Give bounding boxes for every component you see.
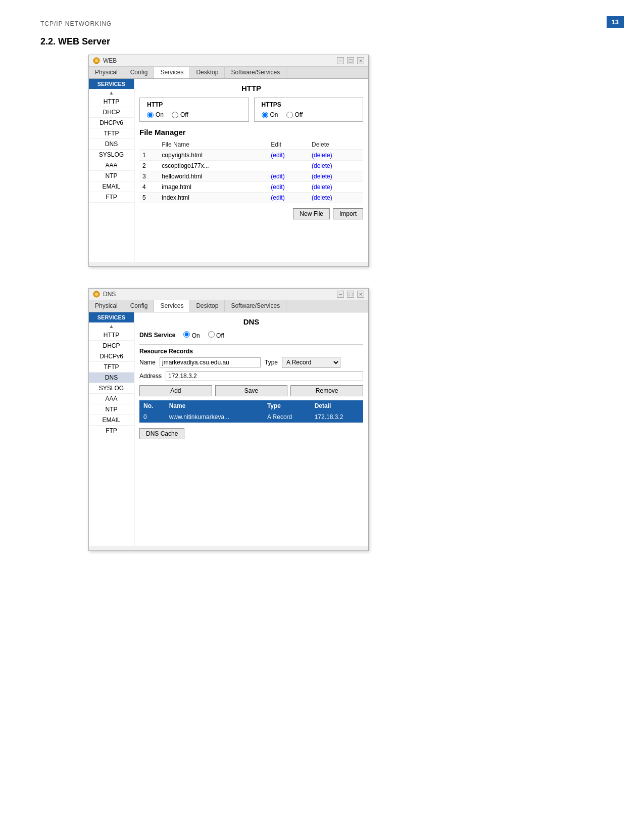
http-off-label[interactable]: Off — [172, 111, 188, 118]
file-edit[interactable] — [268, 161, 309, 171]
https-radio-group: On Off — [262, 111, 356, 118]
web-icon — [93, 57, 100, 64]
sidebar-item-aaa[interactable]: AAA — [89, 160, 134, 171]
dns-sidebar-item-tftp[interactable]: TFTP — [89, 362, 134, 373]
close-button[interactable]: × — [357, 57, 364, 64]
dns-service-row: DNS Service On Off — [139, 331, 363, 339]
dns-sidebar-item-ntp[interactable]: NTP — [89, 404, 134, 415]
https-off-radio[interactable] — [286, 112, 293, 118]
tab-physical[interactable]: Physical — [89, 67, 124, 78]
dns-address-label: Address — [139, 373, 162, 380]
http-on-radio[interactable] — [147, 112, 154, 118]
resource-records-label: Resource Records — [139, 348, 363, 355]
tab-config[interactable]: Config — [124, 67, 155, 78]
http-on-text: On — [156, 111, 164, 118]
file-delete[interactable]: (delete) — [309, 161, 363, 171]
sidebar-item-dhcpv6[interactable]: DHCPv6 — [89, 118, 134, 128]
dns-name-input[interactable] — [160, 357, 261, 367]
dns-col-type: Type — [263, 400, 311, 411]
dns-sidebar-item-aaa[interactable]: AAA — [89, 394, 134, 404]
dns-add-button[interactable]: Add — [139, 385, 212, 396]
col-num — [139, 140, 159, 150]
dns-on-text: On — [192, 332, 200, 339]
dns-cache-button[interactable]: DNS Cache — [139, 428, 184, 439]
dns-off-radio[interactable] — [208, 331, 215, 338]
sidebar-item-syslog[interactable]: SYSLOG — [89, 150, 134, 160]
dns-window: DNS − □ × Physical Config Services Deskt… — [88, 288, 369, 551]
file-name: index.html — [159, 193, 268, 203]
svg-point-1 — [95, 59, 98, 62]
dns-tab-software-services[interactable]: Software/Services — [225, 300, 286, 312]
table-row: 4 image.html (edit) (delete) — [139, 182, 363, 193]
sidebar-item-email[interactable]: EMAIL — [89, 181, 134, 192]
file-edit[interactable]: (edit) — [268, 171, 309, 182]
sidebar-item-dhcp[interactable]: DHCP — [89, 107, 134, 118]
dns-maximize-button[interactable]: □ — [347, 291, 354, 298]
https-on-label[interactable]: On — [262, 111, 278, 118]
dns-on-label[interactable]: On — [183, 331, 200, 339]
dns-close-button[interactable]: × — [357, 291, 364, 298]
https-on-text: On — [270, 111, 278, 118]
sidebar-item-ntp[interactable]: NTP — [89, 171, 134, 181]
tab-software-services[interactable]: Software/Services — [225, 67, 286, 78]
import-button[interactable]: Import — [333, 208, 363, 219]
http-on-label[interactable]: On — [147, 111, 164, 118]
sidebar-item-tftp[interactable]: TFTP — [89, 128, 134, 139]
file-edit[interactable]: (edit) — [268, 193, 309, 203]
file-delete[interactable]: (delete) — [309, 171, 363, 182]
dns-sidebar-header: SERVICES — [89, 312, 134, 322]
file-manager-title: File Manager — [139, 128, 363, 136]
file-edit[interactable]: (edit) — [268, 182, 309, 193]
sidebar-item-http[interactable]: HTTP — [89, 97, 134, 107]
dns-sidebar-item-dhcp[interactable]: DHCP — [89, 341, 134, 351]
dns-address-input[interactable] — [166, 371, 363, 381]
table-row: 3 helloworld.html (edit) (delete) — [139, 171, 363, 182]
file-no: 5 — [139, 193, 159, 203]
sidebar-item-dns[interactable]: DNS — [89, 139, 134, 150]
dns-sidebar-item-ftp[interactable]: FTP — [89, 426, 134, 436]
file-delete[interactable]: (delete) — [309, 193, 363, 203]
record-name: www.nitinkumarkeva... — [165, 411, 263, 423]
dns-off-label[interactable]: Off — [208, 331, 224, 339]
dns-remove-button[interactable]: Remove — [290, 385, 363, 396]
maximize-button[interactable]: □ — [347, 57, 354, 64]
web-titlebar: WEB − □ × — [89, 55, 368, 67]
tab-desktop[interactable]: Desktop — [190, 67, 225, 78]
file-delete[interactable]: (delete) — [309, 182, 363, 193]
dns-tab-desktop[interactable]: Desktop — [190, 300, 225, 312]
http-off-radio[interactable] — [172, 112, 178, 118]
dns-on-radio[interactable] — [183, 331, 190, 338]
table-row: 2 cscoptlogo177x... (delete) — [139, 161, 363, 171]
dns-service-label: DNS Service — [139, 332, 175, 339]
file-no: 4 — [139, 182, 159, 193]
dns-address-row: Address — [139, 371, 363, 381]
dns-tab-services[interactable]: Services — [154, 300, 190, 312]
file-edit[interactable]: (edit) — [268, 150, 309, 161]
dns-tab-physical[interactable]: Physical — [89, 300, 124, 312]
dns-minimize-button[interactable]: − — [337, 291, 344, 298]
https-on-radio[interactable] — [262, 112, 268, 118]
minimize-button[interactable]: − — [337, 57, 344, 64]
http-https-row: HTTP On Off HTTPS — [139, 98, 363, 122]
https-off-label[interactable]: Off — [286, 111, 303, 118]
dns-tab-config[interactable]: Config — [124, 300, 155, 312]
file-name: copyrights.html — [159, 150, 268, 161]
file-delete[interactable]: (delete) — [309, 150, 363, 161]
dns-sidebar-item-syslog[interactable]: SYSLOG — [89, 383, 134, 394]
dns-save-button[interactable]: Save — [215, 385, 288, 396]
dns-sidebar-item-dhcpv6[interactable]: DHCPv6 — [89, 351, 134, 362]
table-row: 5 index.html (edit) (delete) — [139, 193, 363, 203]
dns-sidebar-item-email[interactable]: EMAIL — [89, 415, 134, 426]
https-off-text: Off — [295, 111, 303, 118]
dns-body: SERVICES ▲ HTTP DHCP DHCPv6 TFTP DNS SYS… — [89, 312, 368, 546]
dns-sidebar-item-http[interactable]: HTTP — [89, 330, 134, 341]
dns-type-select[interactable]: A Record AAAA Record CNAME Record MX Rec… — [282, 357, 340, 368]
dns-scroll-up-arrow[interactable]: ▲ — [89, 322, 134, 330]
table-row[interactable]: 0 www.nitinkumarkeva... A Record 172.18.… — [139, 411, 363, 423]
scroll-up-arrow[interactable]: ▲ — [89, 89, 134, 97]
dns-sidebar-item-dns[interactable]: DNS — [89, 373, 134, 383]
new-file-button[interactable]: New File — [293, 208, 330, 219]
tab-services[interactable]: Services — [154, 67, 190, 78]
sidebar-item-ftp[interactable]: FTP — [89, 192, 134, 203]
web-sidebar: SERVICES ▲ HTTP DHCP DHCPv6 TFTP DNS SYS… — [89, 79, 134, 262]
